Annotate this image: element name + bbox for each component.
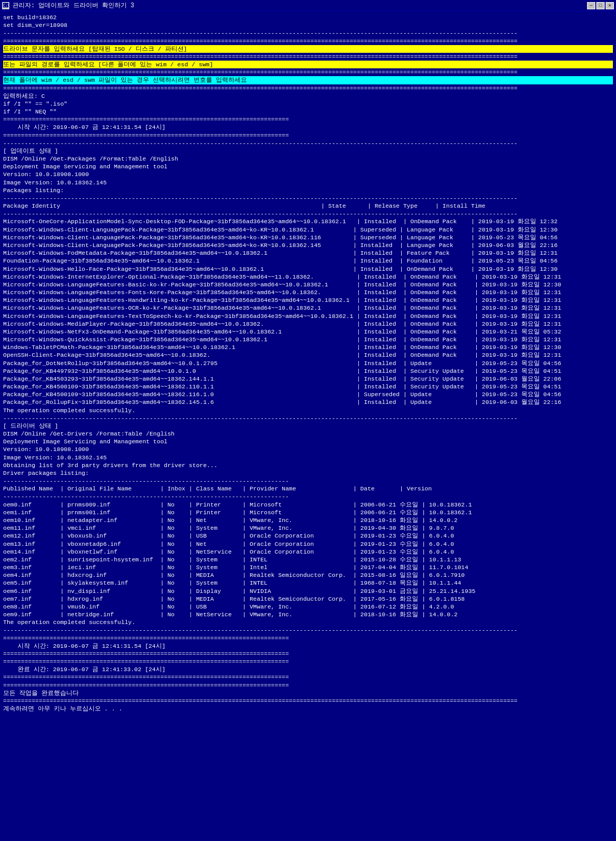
terminal-line: 드라이브 문자를 입력하세요 [탑재된 ISO / 디스크 / 파티션] (3, 45, 613, 53)
terminal-line: Obtaining list of 3rd party drivers from… (3, 461, 613, 469)
terminal-line: Microsoft-Windows-QuickAssist-Package~31… (3, 336, 613, 343)
terminal-line: oem1.inf | prnms001.inf | No | Printer |… (3, 509, 613, 516)
terminal-line: oem5.inf | skylakesystem.inf | No | Syst… (3, 579, 613, 587)
terminal-line: Microsoft-Windows-Client-LanguagePack-Pa… (3, 234, 613, 241)
terminal-line: ========================================… (3, 37, 613, 45)
restore-button[interactable]: □ (596, 2, 605, 9)
terminal-line: Foundation-Package~31bf3856ad364e35~amd6… (3, 257, 613, 265)
terminal-line: Microsoft-Windows-Client-LanguagePack-Pa… (3, 241, 613, 249)
terminal-line: Package_for_RollupFix~31bf3856ad364e35~a… (3, 398, 613, 406)
terminal-line: Package_for_KB4500109~31bf3856ad364e35~a… (3, 390, 613, 398)
terminal-line: Windows-TabletPCMath-Package~31bf3856ad3… (3, 343, 613, 351)
terminal-line: oem9.inf | netbridge.inf | No | NetServi… (3, 611, 613, 618)
terminal-line: Microsoft-Windows-MediaPlayer-Package~31… (3, 320, 613, 328)
terminal-line: oem14.inf | vboxnetlwf.inf | No | NetSer… (3, 548, 613, 556)
terminal-line: ========================================… (3, 132, 613, 139)
terminal-line: [ 업데이트 상태 ] (3, 147, 613, 155)
terminal-line: 계속하려면 아무 키나 누르십시오 . . . (3, 705, 613, 713)
terminal-line: Image Version: 10.0.18362.145 (3, 179, 613, 186)
terminal-line: ========================================… (3, 634, 613, 642)
terminal-line: Version: 10.0.18908.1000 (3, 445, 613, 453)
minimize-button[interactable]: ─ (587, 2, 595, 9)
terminal-line: ========================================… (3, 650, 613, 658)
svg-text:C:\: C:\ (3, 4, 9, 8)
terminal-line: ========================================… (3, 115, 613, 123)
terminal-line: Microsoft-Windows-NetFx3-OnDemand-Packag… (3, 328, 613, 336)
terminal-line: ========================================… (3, 697, 613, 705)
terminal-line: oem4.inf | hdxcrog.inf | No | MEDIA | Re… (3, 571, 613, 579)
terminal-line: set build=18362 (3, 13, 613, 21)
terminal-line: Package_for_KB4500109~31bf3856ad364e35~a… (3, 383, 613, 390)
terminal-line: oem7.inf | hdxrog.inf | No | MEDIA | Rea… (3, 595, 613, 603)
terminal-line: ========================================… (3, 53, 613, 61)
terminal-line: ========================================… (3, 658, 613, 665)
terminal-line: Published Name | Original File Name | In… (3, 485, 613, 492)
terminal-line: Deployment Image Servicing and Managemen… (3, 438, 613, 445)
terminal-line: The operation completed successfully. (3, 407, 613, 414)
terminal-line: 모든 작업을 완료했습니다 (3, 689, 613, 697)
terminal-line: Image Version: 10.0.18362.145 (3, 454, 613, 461)
terminal-line: if /I "" == ".iso" (3, 100, 613, 108)
terminal-line: ========================================… (3, 84, 613, 92)
terminal-line: Microsoft-Windows-LanguageFeatures-Handw… (3, 296, 613, 304)
terminal-line: oem11.inf | vmci.inf | No | System | VMw… (3, 524, 613, 532)
terminal-line: Version: 10.0.18908.1000 (3, 170, 613, 178)
terminal-line: ========================================… (3, 682, 613, 689)
terminal-line: oem10.inf | netadapter.inf | No | Net | … (3, 516, 613, 524)
terminal-line: ========================================… (3, 68, 613, 76)
terminal-line: oem0.inf | prnms009.inf | No | Printer |… (3, 501, 613, 509)
terminal-line: OpenSSH-Client-Package~31bf3856ad364e35~… (3, 351, 613, 359)
window-icon: C:\ (2, 2, 9, 9)
terminal-line: set dism_ver=18908 (3, 21, 613, 29)
terminal-line: 시작 시간: 2019-06-07 금 12:41:31.54 [24시] (3, 123, 613, 131)
terminal-line: DISM /Online /Get-Drivers /Format:Table … (3, 430, 613, 438)
terminal-line: oem13.inf | vboxnetadp6.inf | No | Net |… (3, 540, 613, 548)
terminal-line: Microsoft-Windows-LanguageFeatures-TextT… (3, 312, 613, 320)
terminal-line: 입력하세요: C (3, 92, 613, 100)
terminal-line: oem12.inf | vboxusb.inf | No | USB | Ora… (3, 532, 613, 540)
title-bar: C:\ 관리자: 업데이트와 드라이버 확인하기 3 ─ □ ✕ (0, 0, 616, 11)
terminal-line: ========================================… (3, 673, 613, 681)
terminal-line: ----------------------------------------… (3, 29, 613, 37)
terminal-line: ----------------------------------------… (3, 477, 613, 485)
terminal-line: Deployment Image Servicing and Managemen… (3, 163, 613, 170)
terminal-line: ----------------------------------------… (3, 139, 613, 147)
terminal-line: Packages listing: (3, 186, 613, 194)
terminal-line: oem8.inf | vmusb.inf | No | USB | VMware… (3, 603, 613, 611)
window-title: 관리자: 업데이트와 드라이버 확인하기 3 (12, 1, 134, 10)
terminal-line: 시작 시간: 2019-06-07 금 12:41:31.54 [24시] (3, 642, 613, 650)
terminal-line: ----------------------------------------… (3, 626, 613, 634)
terminal-line: oem3.inf | ieci.inf | No | System | Inte… (3, 563, 613, 571)
terminal-line: 또는 파일의 경로를 입력하세요 [다른 폴더에 있는 wim / esd / … (3, 61, 613, 68)
terminal-line: ----------------------------------------… (3, 414, 613, 422)
terminal-line: Package_for_KB4503293~31bf3856ad364e35~a… (3, 375, 613, 383)
terminal-line: Package_for_KB4497932~31bf3856ad364e35~a… (3, 367, 613, 375)
terminal-line: The operation completed successfully. (3, 618, 613, 626)
terminal-body: set build=18362set dism_ver=18908-------… (0, 11, 616, 841)
terminal-line: Microsoft-Windows-FodMetadata-Package~31… (3, 249, 613, 257)
terminal-line: Microsoft-OneCore-ApplicationModel-Sync-… (3, 218, 613, 225)
terminal-line: Microsoft-Windows-InternetExplorer-Optio… (3, 273, 613, 281)
terminal-line: oem2.inf | sunrisepoint-hsystem.inf | No… (3, 556, 613, 563)
terminal-line: if /I "" NEQ "" (3, 108, 613, 115)
terminal-line: 현재 폴더에 wim / esd / swm 파일이 있는 경우 선택하시려면 … (3, 76, 613, 84)
terminal-line: ----------------------------------------… (3, 210, 613, 218)
terminal-line: Package Identity | State | Release Type … (3, 202, 613, 210)
terminal-line: ----------------------------------------… (3, 492, 613, 500)
terminal-line: Microsoft-Windows-LanguageFeatures-OCR-k… (3, 304, 613, 312)
terminal-line: Microsoft-Windows-Client-LanguagePack-Pa… (3, 226, 613, 234)
terminal-line: Package_for_DotNetRollup~31bf3856ad364e3… (3, 359, 613, 367)
terminal-line: Microsoft-Windows-LanguageFeatures-Fonts… (3, 288, 613, 296)
terminal-line: Microsoft-Windows-Hello-Face-Package~31b… (3, 265, 613, 273)
terminal-line: oem6.inf | nv_dispi.inf | No | Display |… (3, 587, 613, 595)
terminal-line: Microsoft-Windows-LanguageFeatures-Basic… (3, 281, 613, 288)
terminal-line: 완료 시간: 2019-06-07 금 12:41:33.02 [24시] (3, 665, 613, 673)
terminal-line: Driver packages listing: (3, 469, 613, 477)
close-button[interactable]: ✕ (606, 2, 614, 9)
terminal-line: DISM /Online /Get-Packages /Format:Table… (3, 155, 613, 163)
terminal-line: [ 드라이버 상태 ] (3, 422, 613, 430)
terminal-line: ----------------------------------------… (3, 194, 613, 202)
